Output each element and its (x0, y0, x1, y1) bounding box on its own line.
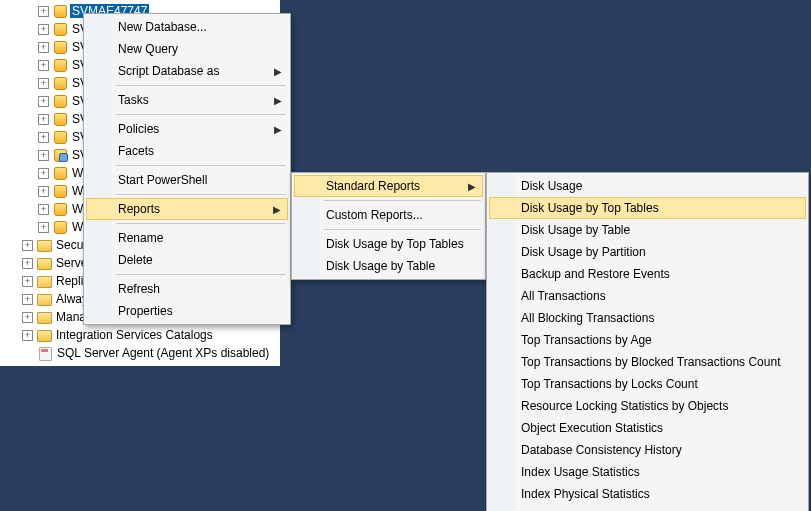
menu-item[interactable]: Top Transactions by Age (489, 329, 806, 351)
expand-icon[interactable]: + (38, 6, 49, 17)
menu-item-label: Disk Usage by Table (326, 259, 435, 273)
menu-item-label: Top Transactions by Age (521, 333, 652, 347)
submenu-arrow-icon: ▶ (274, 66, 282, 77)
menu-item[interactable]: Custom Reports... (294, 204, 483, 226)
menu-item[interactable]: Resource Locking Statistics by Objects (489, 395, 806, 417)
submenu-arrow-icon: ▶ (273, 204, 281, 215)
menu-item-label: Backup and Restore Events (521, 267, 670, 281)
folder-icon (36, 328, 52, 342)
expand-icon[interactable]: + (38, 222, 49, 233)
menu-item[interactable]: Backup and Restore Events (489, 263, 806, 285)
tree-label: Integration Services Catalogs (54, 328, 215, 342)
submenu-arrow-icon: ▶ (468, 181, 476, 192)
menu-item[interactable]: Properties (86, 300, 288, 322)
submenu-standard-reports[interactable]: Disk UsageDisk Usage by Top TablesDisk U… (486, 172, 809, 511)
submenu-arrow-icon: ▶ (274, 124, 282, 135)
expand-icon[interactable]: + (38, 168, 49, 179)
menu-item-label: Top Transactions by Blocked Transactions… (521, 355, 780, 369)
expand-icon[interactable]: + (38, 186, 49, 197)
agent-icon (37, 346, 53, 360)
database-icon (52, 184, 68, 198)
expand-icon[interactable]: + (22, 276, 33, 287)
menu-item-label: Database Consistency History (521, 443, 682, 457)
menu-item[interactable]: Index Usage Statistics (489, 461, 806, 483)
expand-icon[interactable]: + (22, 330, 33, 341)
database-icon (52, 202, 68, 216)
menu-separator (116, 165, 286, 166)
menu-separator (116, 223, 286, 224)
menu-item-label: Disk Usage by Top Tables (521, 201, 659, 215)
menu-item-label: Custom Reports... (326, 208, 423, 222)
menu-item[interactable]: Standard Reports▶ (294, 175, 483, 197)
database-icon (52, 94, 68, 108)
menu-item-label: Resource Locking Statistics by Objects (521, 399, 728, 413)
expand-icon[interactable]: + (22, 240, 33, 251)
menu-item[interactable]: Top Transactions by Blocked Transactions… (489, 351, 806, 373)
expand-icon[interactable]: + (38, 204, 49, 215)
menu-item[interactable]: Schema Changes History (489, 505, 806, 511)
menu-item[interactable]: All Blocking Transactions (489, 307, 806, 329)
menu-item[interactable]: Object Execution Statistics (489, 417, 806, 439)
menu-item[interactable]: Rename (86, 227, 288, 249)
menu-item-label: Index Usage Statistics (521, 465, 640, 479)
folder-icon (36, 292, 52, 306)
menu-separator (116, 85, 286, 86)
menu-item[interactable]: Policies▶ (86, 118, 288, 140)
expand-icon[interactable]: + (38, 150, 49, 161)
submenu-reports[interactable]: Standard Reports▶Custom Reports...Disk U… (291, 172, 486, 280)
menu-item[interactable]: Delete (86, 249, 288, 271)
expand-icon[interactable]: + (22, 258, 33, 269)
menu-item[interactable]: Tasks▶ (86, 89, 288, 111)
menu-item[interactable]: Disk Usage by Table (294, 255, 483, 277)
folder-icon (36, 238, 52, 252)
menu-item-label: Disk Usage (521, 179, 582, 193)
menu-item[interactable]: Facets (86, 140, 288, 162)
menu-item-label: Standard Reports (326, 179, 420, 193)
menu-item-label: Disk Usage by Top Tables (326, 237, 464, 251)
menu-item-label: Rename (118, 231, 163, 245)
database-icon (52, 130, 68, 144)
tree-row-folder[interactable]: +Integration Services Catalogs (4, 326, 276, 344)
menu-item-label: Reports (118, 202, 160, 216)
menu-item-label: New Query (118, 42, 178, 56)
menu-item[interactable]: All Transactions (489, 285, 806, 307)
tree-row-agent[interactable]: SQL Server Agent (Agent XPs disabled) (4, 344, 276, 362)
database-icon (52, 76, 68, 90)
menu-item[interactable]: Script Database as▶ (86, 60, 288, 82)
expand-icon[interactable]: + (38, 96, 49, 107)
menu-item[interactable]: Disk Usage (489, 175, 806, 197)
menu-item[interactable]: New Database... (86, 16, 288, 38)
expand-icon[interactable]: + (38, 60, 49, 71)
menu-item-label: Tasks (118, 93, 149, 107)
expand-icon[interactable]: + (22, 294, 33, 305)
expand-icon[interactable]: + (38, 24, 49, 35)
expand-icon[interactable]: + (22, 312, 33, 323)
database-icon (52, 4, 68, 18)
menu-item-label: Object Execution Statistics (521, 421, 663, 435)
menu-item[interactable]: Start PowerShell (86, 169, 288, 191)
menu-item[interactable]: Reports▶ (86, 198, 288, 220)
menu-separator (116, 194, 286, 195)
menu-item[interactable]: Disk Usage by Partition (489, 241, 806, 263)
expand-icon[interactable]: + (38, 42, 49, 53)
menu-item[interactable]: Top Transactions by Locks Count (489, 373, 806, 395)
database-icon (52, 148, 68, 162)
menu-item-label: All Transactions (521, 289, 606, 303)
menu-item[interactable]: Disk Usage by Top Tables (489, 197, 806, 219)
database-icon (52, 58, 68, 72)
menu-item[interactable]: New Query (86, 38, 288, 60)
context-menu-database[interactable]: New Database...New QueryScript Database … (83, 13, 291, 325)
menu-item[interactable]: Disk Usage by Table (489, 219, 806, 241)
menu-item[interactable]: Index Physical Statistics (489, 483, 806, 505)
menu-item[interactable]: Disk Usage by Top Tables (294, 233, 483, 255)
expand-icon[interactable]: + (38, 78, 49, 89)
database-icon (52, 40, 68, 54)
expand-icon[interactable]: + (38, 114, 49, 125)
database-icon (52, 220, 68, 234)
menu-item[interactable]: Refresh (86, 278, 288, 300)
folder-icon (36, 310, 52, 324)
menu-item-label: Properties (118, 304, 173, 318)
menu-item[interactable]: Database Consistency History (489, 439, 806, 461)
expand-icon[interactable]: + (38, 132, 49, 143)
menu-item-label: Disk Usage by Table (521, 223, 630, 237)
